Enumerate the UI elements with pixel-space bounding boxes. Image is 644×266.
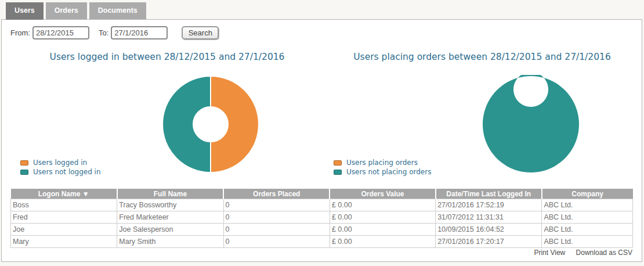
chart-title-logged-in: Users logged in between 28/12/2015 and 2… bbox=[12, 52, 323, 62]
column-header-full-name[interactable]: Full Name bbox=[117, 189, 223, 199]
table-cell: Joe Salesperson bbox=[117, 224, 223, 236]
column-header-logon-name[interactable]: Logon Name ▼ bbox=[11, 189, 117, 199]
legend-swatch bbox=[20, 170, 28, 175]
table-row: BossTracy Bossworthy0£ 0.0027/01/2016 17… bbox=[11, 199, 633, 211]
column-header-date-time-last-logged-in[interactable]: Date/Time Last Logged In bbox=[436, 189, 542, 199]
table-cell: Fred Marketeer bbox=[117, 211, 223, 224]
table-cell: Fred bbox=[11, 211, 117, 224]
chart-title-placing-orders: Users placing orders between 28/12/2015 … bbox=[327, 52, 638, 62]
table-cell: Tracy Bossworthy bbox=[117, 199, 223, 211]
legend-item: Users logged in bbox=[20, 159, 101, 167]
legend-item: Users placing orders bbox=[334, 159, 431, 167]
table-cell: Joe bbox=[11, 224, 117, 236]
table-cell: Boss bbox=[11, 199, 117, 211]
table-cell: 0 bbox=[223, 211, 330, 224]
donut-chart-placing-orders bbox=[482, 75, 580, 174]
content-panel: From: To: Search Users logged in between… bbox=[1, 19, 642, 262]
table-cell: 27/01/2016 17:52:19 bbox=[436, 199, 542, 211]
search-button[interactable]: Search bbox=[182, 26, 219, 39]
table-cell: Mary Smith bbox=[117, 236, 223, 248]
table-header-row: Logon Name ▼Full NameOrders PlacedOrders… bbox=[11, 189, 633, 199]
table-cell: 0 bbox=[223, 224, 330, 236]
table-cell: Mary bbox=[11, 236, 117, 248]
table-row: MaryMary Smith0£ 0.0027/01/2016 17:20:17… bbox=[11, 236, 633, 248]
donut-chart-logged-in bbox=[161, 75, 260, 174]
table-cell: ABC Ltd. bbox=[542, 224, 633, 236]
legend-placing-orders: Users placing ordersUsers not placing or… bbox=[334, 159, 431, 176]
legend-label: Users not placing orders bbox=[346, 168, 431, 176]
legend-swatch bbox=[20, 160, 28, 166]
table-cell: 0 bbox=[223, 236, 330, 248]
from-date-input[interactable] bbox=[32, 26, 89, 39]
table-cell: £ 0.00 bbox=[330, 236, 435, 248]
column-header-orders-value[interactable]: Orders Value bbox=[330, 189, 435, 199]
from-label: From: bbox=[10, 28, 30, 37]
users-table: Logon Name ▼Full NameOrders PlacedOrders… bbox=[10, 189, 633, 248]
table-cell: ABC Ltd. bbox=[542, 211, 633, 224]
table-cell: £ 0.00 bbox=[330, 199, 435, 211]
footer-links: Print View Download as CSV bbox=[525, 249, 632, 257]
table-cell: ABC Ltd. bbox=[542, 199, 633, 211]
tab-bar: UsersOrdersDocuments bbox=[6, 2, 146, 20]
download-csv-link[interactable]: Download as CSV bbox=[576, 249, 632, 257]
donut-slice bbox=[211, 76, 259, 172]
table-cell: 31/07/2012 11:31:31 bbox=[436, 211, 542, 224]
to-date-input[interactable] bbox=[111, 26, 168, 39]
column-header-orders-placed[interactable]: Orders Placed bbox=[223, 189, 330, 199]
tab-users[interactable]: Users bbox=[6, 2, 44, 20]
table-body: BossTracy Bossworthy0£ 0.0027/01/2016 17… bbox=[11, 199, 633, 248]
table-cell: 27/01/2016 17:20:17 bbox=[436, 236, 542, 248]
to-label: To: bbox=[99, 28, 108, 37]
table-cell: ABC Ltd. bbox=[542, 236, 633, 248]
legend-label: Users not logged in bbox=[33, 168, 101, 176]
table-row: FredFred Marketeer0£ 0.0031/07/2012 11:3… bbox=[11, 211, 633, 224]
legend-logged-in: Users logged inUsers not logged in bbox=[20, 159, 101, 176]
legend-item: Users not logged in bbox=[20, 168, 101, 176]
tab-orders[interactable]: Orders bbox=[46, 2, 87, 19]
legend-swatch bbox=[334, 170, 342, 175]
table-cell: £ 0.00 bbox=[330, 224, 435, 236]
legend-item: Users not placing orders bbox=[334, 168, 431, 176]
print-view-link[interactable]: Print View bbox=[534, 249, 565, 257]
tab-documents[interactable]: Documents bbox=[89, 2, 146, 19]
legend-label: Users placing orders bbox=[346, 159, 418, 167]
table-cell: £ 0.00 bbox=[330, 211, 435, 224]
date-filter-row: From: To: Search bbox=[10, 26, 219, 39]
column-header-company[interactable]: Company bbox=[542, 189, 633, 199]
table-cell: 0 bbox=[223, 199, 330, 211]
table-row: JoeJoe Salesperson0£ 0.0010/09/2015 16:0… bbox=[11, 224, 633, 236]
table-cell: 10/09/2015 16:04:52 bbox=[436, 224, 542, 236]
legend-label: Users logged in bbox=[33, 159, 87, 167]
donut-slice bbox=[162, 76, 211, 172]
legend-swatch bbox=[334, 160, 342, 166]
